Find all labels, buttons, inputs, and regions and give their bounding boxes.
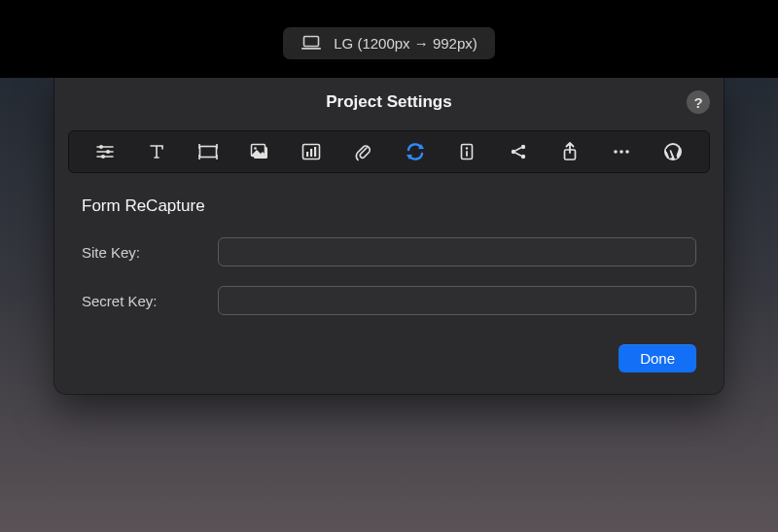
svg-rect-18	[310, 149, 312, 157]
secret-key-row: Secret Key:	[82, 286, 696, 315]
svg-rect-24	[466, 151, 468, 157]
svg-line-29	[515, 153, 521, 156]
tab-image[interactable]	[242, 134, 277, 169]
sheet-footer: Done	[54, 338, 724, 372]
settings-tabbar	[68, 130, 710, 173]
svg-point-32	[619, 150, 623, 154]
svg-line-28	[515, 148, 521, 151]
section-title: Form ReCapture	[82, 196, 696, 216]
site-key-input[interactable]	[218, 237, 696, 266]
help-button[interactable]: ?	[687, 90, 710, 114]
refresh-icon	[405, 142, 426, 161]
text-icon	[148, 143, 165, 160]
tab-attachments[interactable]	[345, 134, 380, 169]
svg-point-31	[614, 150, 618, 154]
svg-rect-17	[306, 152, 308, 157]
breakpoint-selector[interactable]: LG (1200px → 992px)	[283, 27, 495, 59]
secret-key-input[interactable]	[218, 286, 696, 315]
share-icon	[510, 143, 527, 160]
image-icon	[250, 143, 269, 160]
tab-share[interactable]	[501, 134, 536, 169]
tab-analytics[interactable]	[294, 134, 329, 169]
tab-general[interactable]	[88, 134, 123, 169]
done-button[interactable]: Done	[619, 344, 696, 372]
form-recapture-section: Form ReCapture Site Key: Secret Key:	[54, 173, 724, 338]
project-settings-sheet: Project Settings ?	[54, 78, 724, 394]
question-icon: ?	[693, 94, 702, 111]
laptop-icon	[301, 35, 322, 51]
svg-point-33	[625, 150, 629, 154]
svg-point-15	[254, 147, 257, 150]
sheet-header: Project Settings ?	[54, 78, 724, 126]
site-key-row: Site Key:	[82, 237, 696, 266]
tab-info[interactable]	[449, 134, 484, 169]
svg-rect-8	[199, 147, 216, 158]
tab-more[interactable]	[604, 134, 639, 169]
tab-frame[interactable]	[191, 134, 226, 169]
app-top-bar: LG (1200px → 992px)	[0, 0, 778, 78]
sheet-title: Project Settings	[326, 92, 451, 112]
export-icon	[562, 142, 578, 161]
svg-point-23	[465, 147, 467, 149]
svg-rect-19	[314, 147, 316, 157]
svg-point-26	[521, 145, 525, 149]
svg-rect-1	[301, 48, 321, 50]
frame-icon	[197, 143, 219, 160]
svg-point-5	[99, 145, 103, 149]
svg-point-7	[101, 155, 105, 159]
tab-wordpress[interactable]	[655, 134, 690, 169]
sliders-icon	[95, 143, 115, 160]
site-key-label: Site Key:	[82, 244, 218, 261]
tab-typography[interactable]	[139, 134, 174, 169]
breakpoint-label: LG (1200px → 992px)	[334, 35, 477, 52]
paperclip-icon	[354, 142, 371, 161]
secret-key-label: Secret Key:	[82, 293, 218, 309]
ellipsis-icon	[612, 148, 631, 156]
wordpress-icon	[663, 142, 683, 161]
svg-point-27	[521, 155, 525, 159]
chart-icon	[301, 143, 321, 160]
svg-point-6	[106, 150, 110, 154]
tab-export[interactable]	[552, 134, 587, 169]
tab-recapture[interactable]	[398, 134, 433, 169]
svg-rect-0	[304, 37, 319, 47]
info-icon	[459, 143, 475, 160]
